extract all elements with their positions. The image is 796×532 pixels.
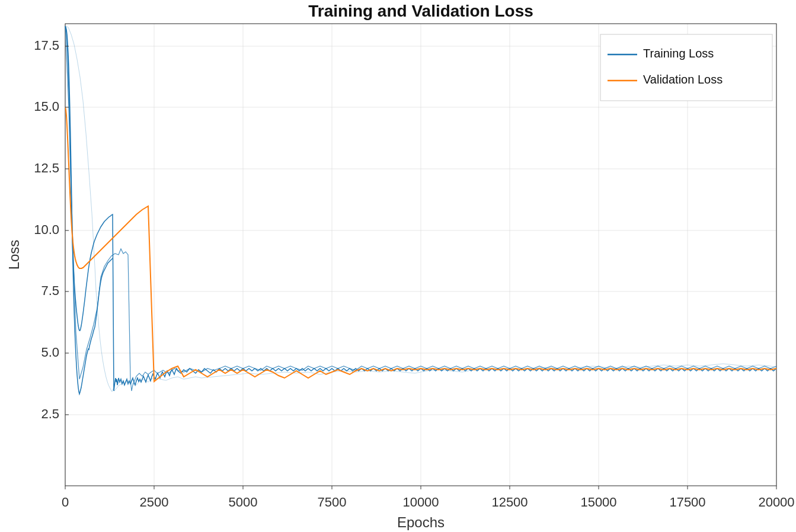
x-axis-label: Epochs	[397, 514, 445, 530]
chart-title: Training and Validation Loss	[308, 2, 533, 20]
loss-chart: 2.5 5.0 7.5 10.0 12.5 15.0 17.5 0 2500 5…	[0, 0, 796, 532]
y-tick-17-5: 17.5	[34, 38, 59, 53]
x-tick-5000: 5000	[229, 495, 258, 509]
x-tick-12500: 12500	[491, 495, 528, 509]
x-tick-10000: 10000	[402, 495, 439, 509]
legend-validation-label: Validation Loss	[643, 73, 723, 86]
y-tick-2-5: 2.5	[41, 406, 59, 421]
x-tick-15000: 15000	[580, 495, 616, 509]
y-tick-15-0: 15.0	[34, 99, 59, 114]
y-tick-5-0: 5.0	[41, 345, 59, 360]
x-tick-17500: 17500	[669, 495, 705, 509]
y-axis-label: Loss	[6, 240, 22, 270]
legend-training-label: Training Loss	[643, 47, 714, 60]
chart-container: 2.5 5.0 7.5 10.0 12.5 15.0 17.5 0 2500 5…	[0, 0, 796, 532]
x-tick-0: 0	[62, 495, 69, 509]
x-tick-2500: 2500	[140, 495, 169, 509]
y-tick-7-5: 7.5	[41, 283, 59, 298]
legend-box	[600, 34, 772, 101]
x-tick-20000: 20000	[758, 495, 794, 509]
y-tick-12-5: 12.5	[34, 161, 59, 175]
x-tick-7500: 7500	[318, 495, 347, 509]
y-tick-10-0: 10.0	[34, 222, 59, 237]
